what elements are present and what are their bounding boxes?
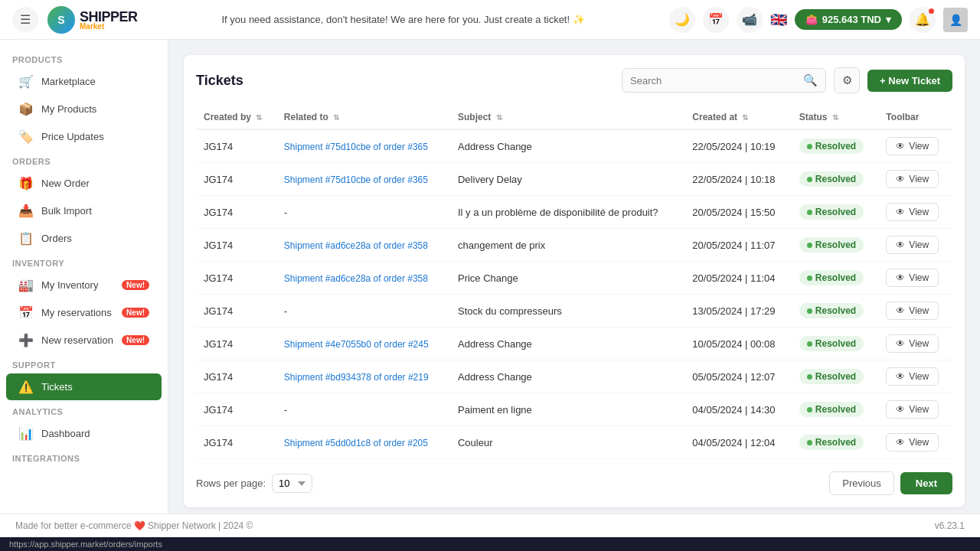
search-input[interactable] xyxy=(630,75,799,86)
dark-mode-toggle[interactable]: 🌙 xyxy=(669,7,695,33)
view-button[interactable]: 👁 View xyxy=(886,367,939,386)
cell-related-to[interactable]: Shipment #5dd0d1c8 of order #205 xyxy=(276,426,450,459)
cell-related-to: - xyxy=(276,393,450,426)
sidebar-item-price-updates[interactable]: 🏷️ Price Updates xyxy=(6,123,162,150)
sidebar-item-my-products[interactable]: 📦 My Products xyxy=(6,96,162,122)
sidebar-item-label: Bulk Import xyxy=(41,205,92,217)
sidebar-item-new-reservation[interactable]: ➕ New reservation New! xyxy=(6,327,162,354)
related-link[interactable]: Shipment #75d10cbe of order #365 xyxy=(284,142,428,152)
cell-status: Resolved xyxy=(792,129,879,163)
status-badge: Resolved xyxy=(799,402,864,417)
col-subject[interactable]: Subject ⇅ xyxy=(450,106,684,129)
sidebar-item-my-reservations[interactable]: 📅 My reservations New! xyxy=(6,299,162,326)
sidebar-item-new-order[interactable]: 🎁 New Order xyxy=(6,170,162,197)
view-button[interactable]: 👁 View xyxy=(886,269,939,287)
view-button[interactable]: 👁 View xyxy=(886,334,939,353)
cell-created-by: JG174 xyxy=(196,196,276,229)
col-status[interactable]: Status ⇅ xyxy=(792,106,879,129)
new-ticket-button[interactable]: + New Ticket xyxy=(867,70,952,92)
video-icon-btn[interactable]: 📹 xyxy=(737,7,763,33)
cell-created-at: 04/05/2024 | 12:04 xyxy=(684,426,791,459)
view-button[interactable]: 👁 View xyxy=(886,203,939,221)
section-label-products: Products xyxy=(0,49,168,67)
sidebar-item-dashboard[interactable]: 📊 Dashboard xyxy=(6,420,162,447)
rows-per-page-label: Rows per page: xyxy=(196,478,266,489)
status-badge: Resolved xyxy=(799,139,864,154)
status-url: https://app.shipper.market/orders/import… xyxy=(9,540,162,549)
avatar[interactable]: 👤 xyxy=(943,8,968,32)
sidebar-item-label: New Order xyxy=(41,178,90,189)
footer: Made for better e-commerce ❤️ Shipper Ne… xyxy=(0,514,980,537)
sidebar-item-bulk-import[interactable]: 📥 Bulk Import xyxy=(6,197,162,224)
sidebar-item-my-inventory[interactable]: 🏭 My Inventory New! xyxy=(6,272,162,298)
tickets-panel: Tickets 🔍 ⚙ + New Ticket Created by ⇅ Re… xyxy=(184,55,965,507)
sidebar-item-marketplace[interactable]: 🛒 Marketplace xyxy=(6,68,162,95)
notice-text: If you need assistance, don't hesitate! … xyxy=(147,14,660,25)
previous-button[interactable]: Previous xyxy=(829,471,894,495)
status-dot xyxy=(807,440,812,445)
status-dot xyxy=(807,177,812,182)
cell-status: Resolved xyxy=(792,328,879,360)
view-button[interactable]: 👁 View xyxy=(886,236,939,254)
status-dot xyxy=(807,374,812,380)
cell-related-to[interactable]: Shipment #75d10cbe of order #365 xyxy=(276,163,450,196)
related-link[interactable]: Shipment #ad6ce28a of order #358 xyxy=(284,240,428,251)
eye-icon: 👁 xyxy=(896,207,905,217)
cell-created-by: JG174 xyxy=(196,393,276,426)
col-created-by[interactable]: Created by ⇅ xyxy=(196,106,276,129)
section-label-integrations: Integrations xyxy=(0,448,168,466)
cell-created-at: 04/05/2024 | 14:30 xyxy=(684,393,791,426)
cell-status: Resolved xyxy=(792,196,879,229)
sort-icon: ⇅ xyxy=(333,113,339,122)
cell-toolbar: 👁 View xyxy=(878,393,952,426)
rows-per-page-select[interactable]: 10 25 50 xyxy=(272,474,312,493)
cell-created-by: JG174 xyxy=(196,129,276,163)
view-button[interactable]: 👁 View xyxy=(886,400,939,419)
sidebar-item-tickets[interactable]: ⚠️ Tickets xyxy=(6,373,162,400)
related-link[interactable]: Shipment #bd934378 of order #219 xyxy=(284,372,429,383)
cell-related-to[interactable]: Shipment #bd934378 of order #219 xyxy=(276,360,450,393)
notification-button[interactable]: 🔔 xyxy=(910,7,936,33)
table-row: JG174Shipment #4e7055b0 of order #245Add… xyxy=(196,328,952,360)
cell-status: Resolved xyxy=(792,393,879,426)
cell-related-to[interactable]: Shipment #75d10cbe of order #365 xyxy=(276,129,450,163)
related-link[interactable]: Shipment #ad6ce28a of order #358 xyxy=(284,273,428,284)
balance-button[interactable]: 👛 925.643 TND ▾ xyxy=(795,9,902,30)
sort-icon: ⇅ xyxy=(742,113,748,122)
cell-related-to[interactable]: Shipment #ad6ce28a of order #358 xyxy=(276,262,450,295)
cell-status: Resolved xyxy=(792,163,879,196)
new-badge: New! xyxy=(122,280,149,290)
menu-button[interactable]: ☰ xyxy=(12,7,38,33)
cell-status: Resolved xyxy=(792,229,879,262)
filter-button[interactable]: ⚙ xyxy=(834,67,860,93)
view-button[interactable]: 👁 View xyxy=(886,433,939,452)
cell-related-to[interactable]: Shipment #4e7055b0 of order #245 xyxy=(276,328,450,360)
new-reservation-icon: ➕ xyxy=(18,333,34,347)
col-related-to[interactable]: Related to ⇅ xyxy=(276,106,450,129)
search-button[interactable]: 🔍 xyxy=(803,73,818,87)
eye-icon: 👁 xyxy=(896,437,905,448)
next-button[interactable]: Next xyxy=(900,472,952,494)
cell-subject: Il y a un problème de disponibilité de p… xyxy=(450,196,684,229)
language-selector[interactable]: 🇬🇧 xyxy=(770,11,787,28)
related-link[interactable]: Shipment #75d10cbe of order #365 xyxy=(284,174,428,185)
view-button[interactable]: 👁 View xyxy=(886,137,939,155)
view-button[interactable]: 👁 View xyxy=(886,170,939,188)
eye-icon: 👁 xyxy=(896,272,905,283)
cell-created-by: JG174 xyxy=(196,229,276,262)
notification-dot xyxy=(929,8,934,14)
wallet-icon: 👛 xyxy=(805,14,818,25)
cell-created-by: JG174 xyxy=(196,295,276,328)
view-button[interactable]: 👁 View xyxy=(886,302,939,320)
sidebar-item-orders[interactable]: 📋 Orders xyxy=(6,225,162,252)
related-link[interactable]: Shipment #5dd0d1c8 of order #205 xyxy=(284,438,428,448)
col-created-at[interactable]: Created at ⇅ xyxy=(684,106,791,129)
tickets-icon: ⚠️ xyxy=(18,380,34,394)
status-dot xyxy=(807,276,812,281)
calendar-icon-btn[interactable]: 📅 xyxy=(703,7,729,33)
related-link[interactable]: Shipment #4e7055b0 of order #245 xyxy=(284,339,429,350)
table-row: JG174Shipment #ad6ce28a of order #358Pri… xyxy=(196,262,952,295)
bulk-import-icon: 📥 xyxy=(18,204,34,218)
cell-related-to[interactable]: Shipment #ad6ce28a of order #358 xyxy=(276,229,450,262)
section-label-support: Support xyxy=(0,354,168,373)
